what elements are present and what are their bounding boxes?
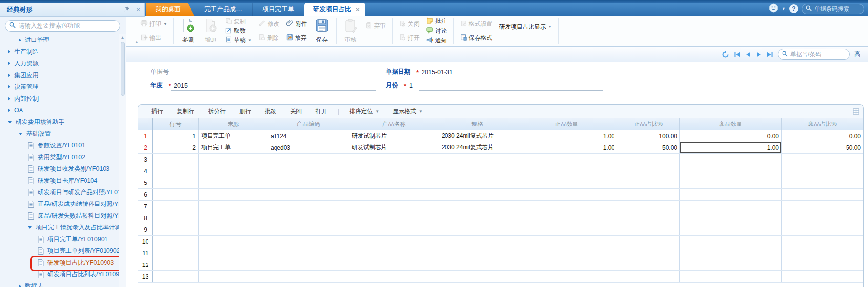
- cell-product-name[interactable]: [349, 201, 439, 212]
- cell-good-qty[interactable]: [516, 247, 617, 259]
- cell-spec[interactable]: [439, 224, 516, 235]
- chevron-icon[interactable]: [8, 108, 10, 112]
- cell-good-qty[interactable]: [516, 259, 617, 270]
- cell-good-qty[interactable]: [516, 224, 617, 235]
- cell-product-name[interactable]: [349, 165, 439, 177]
- cell-product-name[interactable]: [349, 224, 439, 235]
- table-row[interactable]: 8: [138, 212, 863, 224]
- cell-line-no[interactable]: [153, 259, 199, 270]
- header-spec[interactable]: 规格: [439, 118, 516, 130]
- cell-good-pct[interactable]: [617, 177, 680, 188]
- table-row[interactable]: 9: [138, 224, 863, 236]
- cell-line-no[interactable]: [153, 212, 199, 224]
- save-button[interactable]: 保存: [311, 16, 333, 46]
- cell-line-no[interactable]: [153, 247, 199, 259]
- close-row-button[interactable]: 关闭: [284, 107, 308, 116]
- cell-spec[interactable]: 2030 24mil复式芯片: [439, 142, 516, 153]
- cell-spec[interactable]: [439, 189, 516, 200]
- annotate-button[interactable]: 批注: [425, 17, 448, 26]
- cell-source[interactable]: [199, 259, 268, 270]
- row-number[interactable]: 9: [138, 224, 153, 235]
- modify-button[interactable]: 修改: [257, 20, 281, 29]
- cell-scrap-pct[interactable]: [782, 165, 863, 177]
- unaudit-button[interactable]: 弃审: [364, 21, 387, 31]
- header-line-no[interactable]: 行号: [153, 118, 199, 130]
- cell-product-name[interactable]: [349, 177, 439, 188]
- pin-icon[interactable]: [121, 6, 132, 14]
- add-button[interactable]: 增加: [199, 16, 222, 46]
- row-number[interactable]: 13: [138, 271, 153, 282]
- cell-product-name[interactable]: 研发试制芯片: [349, 142, 439, 153]
- tree-item[interactable]: 研发项目占比/YF010903: [0, 257, 119, 268]
- row-number[interactable]: 10: [138, 236, 153, 247]
- cell-scrap-pct[interactable]: [782, 154, 863, 165]
- tree-item[interactable]: 费用类型/YF0102: [0, 151, 119, 163]
- header-selector[interactable]: [138, 118, 153, 130]
- cell-line-no[interactable]: 1: [153, 130, 199, 142]
- cell-good-pct[interactable]: [617, 247, 680, 259]
- cell-scrap-qty[interactable]: [680, 165, 782, 177]
- cell-good-qty[interactable]: [516, 165, 617, 177]
- cell-good-pct[interactable]: [617, 224, 680, 235]
- tree-item[interactable]: 内部控制: [0, 93, 119, 104]
- cell-spec[interactable]: [439, 236, 516, 247]
- undo-icon[interactable]: [722, 51, 729, 58]
- cell-source[interactable]: [199, 212, 268, 224]
- delete-button[interactable]: 删除: [257, 33, 281, 42]
- print-button[interactable]: 打印▼: [139, 20, 169, 29]
- cell-product-code[interactable]: [268, 177, 349, 188]
- open-doc-button[interactable]: 打开: [398, 33, 421, 42]
- cell-product-name[interactable]: [349, 271, 439, 282]
- tree-item[interactable]: 研发项目与研发产品对照/YF0106: [0, 186, 119, 198]
- cell-scrap-pct[interactable]: [782, 247, 863, 259]
- cell-line-no[interactable]: 2: [153, 142, 199, 153]
- open-row-button[interactable]: 打开: [309, 107, 334, 116]
- header-product-code[interactable]: 产品编码: [268, 118, 349, 130]
- row-number[interactable]: 1: [138, 130, 153, 142]
- row-number[interactable]: 2: [138, 142, 153, 153]
- cell-product-name[interactable]: [349, 154, 439, 165]
- row-number[interactable]: 3: [138, 154, 153, 165]
- cell-good-qty[interactable]: [516, 189, 617, 200]
- tree-item[interactable]: 数据表: [0, 280, 119, 287]
- user-smiley-icon[interactable]: [769, 3, 778, 14]
- scroll-up-icon[interactable]: ▲: [119, 34, 126, 41]
- row-number[interactable]: 4: [138, 165, 153, 177]
- cell-line-no[interactable]: [153, 201, 199, 212]
- tab[interactable]: 研发项目占比 ×: [304, 3, 365, 16]
- cell-good-pct[interactable]: 100.00: [617, 130, 680, 142]
- table-row[interactable]: 3: [138, 154, 863, 165]
- header-scrap-pct[interactable]: 废品占比%: [782, 118, 863, 130]
- tree-item[interactable]: 人力资源: [0, 58, 119, 69]
- cell-scrap-pct[interactable]: 0.00: [782, 130, 863, 142]
- tab-close-icon[interactable]: ×: [356, 6, 360, 13]
- cell-scrap-qty[interactable]: [680, 189, 782, 200]
- cell-product-code[interactable]: [268, 259, 349, 270]
- cell-line-no[interactable]: [153, 236, 199, 247]
- copy-button[interactable]: 复制: [224, 17, 253, 26]
- cell-line-no[interactable]: [153, 224, 199, 235]
- header-good-qty[interactable]: 正品数量: [516, 118, 617, 130]
- tree-item[interactable]: 决策管理: [0, 81, 119, 93]
- cell-spec[interactable]: [439, 271, 516, 282]
- tree-item[interactable]: 基础设置: [0, 128, 119, 140]
- row-number[interactable]: 11: [138, 247, 153, 259]
- export-button[interactable]: 输出: [139, 33, 169, 42]
- table-row[interactable]: 6: [138, 189, 863, 201]
- cell-spec[interactable]: [439, 165, 516, 177]
- doc-no-field[interactable]: [171, 77, 376, 77]
- cell-good-qty[interactable]: 1.00: [516, 142, 617, 153]
- table-row[interactable]: 2 2 项目完工单 aqed03 研发试制芯片 2030 24mil复式芯片 1…: [138, 142, 863, 154]
- delete-row-button[interactable]: 删行: [233, 107, 257, 116]
- split-row-button[interactable]: 拆分行: [202, 107, 232, 116]
- cell-product-name[interactable]: [349, 212, 439, 224]
- tree-item[interactable]: 研发项目仓库/YF0104: [0, 175, 119, 186]
- cell-scrap-qty[interactable]: [680, 236, 782, 247]
- cell-product-code[interactable]: a1124: [268, 130, 349, 142]
- cell-source[interactable]: [199, 247, 268, 259]
- year-value[interactable]: 2015: [173, 82, 189, 90]
- cell-scrap-qty[interactable]: [680, 154, 782, 165]
- cell-spec[interactable]: 2030 24mil复式芯片: [439, 130, 516, 142]
- cell-spec[interactable]: [439, 259, 516, 270]
- cell-scrap-qty[interactable]: [680, 177, 782, 188]
